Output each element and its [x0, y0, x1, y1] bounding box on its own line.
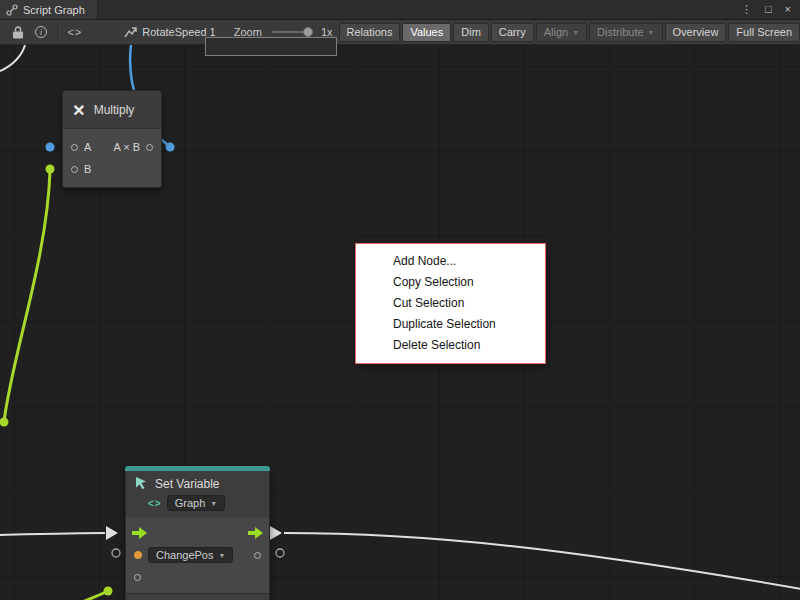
menu-item-delete-selection[interactable]: Delete Selection	[356, 335, 545, 356]
wire-green	[4, 171, 50, 422]
zoom-handle[interactable]	[303, 27, 313, 37]
set-variable-footer	[126, 593, 269, 600]
port-row-a: A A × B	[71, 136, 153, 158]
script-graph-icon	[6, 4, 18, 16]
multiply-icon: ×	[73, 100, 85, 120]
flow-port-row	[126, 523, 269, 543]
multiply-node[interactable]: × Multiply A A × B B	[62, 90, 162, 188]
context-menu: Add Node... Copy Selection Cut Selection…	[355, 243, 546, 364]
wire-white-out	[284, 533, 800, 589]
flow-arrowhead-in[interactable]	[106, 526, 118, 540]
set-variable-header[interactable]: Set Variable <> Graph ▼	[125, 471, 270, 517]
value-port-external-right[interactable]	[276, 549, 284, 557]
titlebar: Script Graph ⋮ □ ×	[0, 0, 800, 20]
lock-icon[interactable]	[13, 26, 23, 39]
code-icon[interactable]: <>	[67, 26, 82, 38]
window-controls: ⋮ □ ×	[741, 0, 800, 19]
values-button[interactable]: Values	[402, 23, 451, 42]
set-variable-body: ChangePos ▼	[125, 517, 270, 600]
wire-dot-green-edge[interactable]	[0, 418, 9, 427]
carry-button[interactable]: Carry	[491, 23, 534, 42]
wire-white-topleft	[0, 45, 25, 71]
flow-out-port[interactable]	[248, 527, 263, 539]
menu-item-add-node[interactable]: Add Node...	[356, 251, 545, 272]
port-dot-blue-out[interactable]	[166, 143, 175, 152]
output-port-axb[interactable]	[146, 144, 153, 151]
code-icon: <>	[148, 498, 162, 509]
info-icon[interactable]: i	[35, 26, 47, 38]
menu-item-duplicate-selection[interactable]: Duplicate Selection	[356, 314, 545, 335]
set-variable-icon	[134, 476, 149, 491]
value-port-external-left[interactable]	[112, 549, 120, 557]
dim-button[interactable]: Dim	[453, 23, 489, 42]
graph-icon	[124, 27, 137, 38]
set-variable-title-row: Set Variable	[134, 476, 261, 491]
fullscreen-button[interactable]: Full Screen	[728, 23, 800, 42]
node-title: Set Variable	[155, 477, 219, 491]
wire-white-in	[0, 533, 105, 535]
align-button[interactable]: Align ▼	[536, 23, 587, 42]
port-b-label: B	[84, 163, 91, 175]
input-value-port[interactable]	[134, 574, 141, 581]
variable-dropdown[interactable]: ChangePos ▼	[148, 547, 233, 563]
graph-canvas[interactable]: × Multiply A A × B B	[0, 45, 800, 600]
chevron-down-icon: ▼	[572, 29, 579, 36]
port-row-b: B	[71, 158, 153, 180]
tab-script-graph[interactable]: Script Graph	[0, 0, 98, 19]
output-value-port[interactable]	[254, 552, 261, 559]
variable-row: ChangePos ▼	[126, 543, 269, 567]
chevron-down-icon: ▼	[648, 29, 655, 36]
close-icon[interactable]: ×	[785, 4, 791, 15]
set-variable-scope-row: <> Graph ▼	[148, 495, 261, 511]
input-port-a[interactable]	[71, 144, 78, 151]
port-dot-green-b[interactable]	[46, 165, 55, 174]
distribute-button[interactable]: Distribute ▼	[589, 23, 662, 42]
wire-green-bottom	[76, 591, 108, 600]
input-port-b[interactable]	[71, 166, 78, 173]
script-graph-window: Script Graph ⋮ □ × i <> RotateSpeed 1	[0, 0, 800, 600]
multiply-node-body: A A × B B	[62, 128, 162, 188]
menu-item-cut-selection[interactable]: Cut Selection	[356, 293, 545, 314]
port-out-label: A × B	[113, 141, 140, 153]
port-dot-blue-a[interactable]	[46, 143, 55, 152]
chevron-down-icon: ▼	[219, 552, 226, 559]
multiply-node-header[interactable]: × Multiply	[62, 90, 162, 128]
flow-in-port[interactable]	[132, 527, 147, 539]
node-title: Multiply	[94, 103, 135, 117]
set-variable-node[interactable]: Set Variable <> Graph ▼	[125, 466, 270, 600]
overview-button[interactable]: Overview	[665, 23, 727, 42]
maximize-icon[interactable]: □	[765, 4, 772, 15]
scope-dropdown[interactable]: Graph ▼	[167, 495, 226, 511]
value-port-connected[interactable]	[134, 551, 142, 559]
breadcrumb[interactable]: RotateSpeed 1	[124, 26, 215, 38]
relations-button[interactable]: Relations	[339, 23, 401, 42]
tab-label: Script Graph	[23, 4, 85, 16]
menu-item-copy-selection[interactable]: Copy Selection	[356, 272, 545, 293]
port-a-label: A	[84, 141, 91, 153]
toolbar: i <> RotateSpeed 1 Zoom 1x Relations Val…	[0, 20, 800, 45]
input-port-row	[126, 567, 269, 587]
window-menu-icon[interactable]: ⋮	[741, 4, 752, 15]
zoom-slider[interactable]	[272, 31, 313, 33]
chevron-down-icon: ▼	[210, 500, 217, 507]
popup-remnant	[205, 37, 337, 56]
flow-arrowhead-out[interactable]	[270, 526, 282, 540]
